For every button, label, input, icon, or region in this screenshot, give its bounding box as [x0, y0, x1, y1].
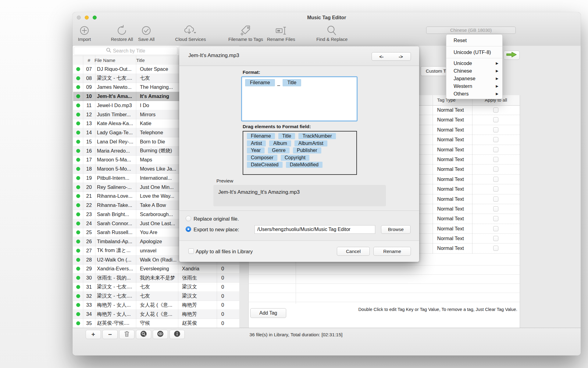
apply-to-all-checkbox[interactable] — [493, 206, 498, 211]
menu-item-chinese[interactable]: Chinese▶ — [446, 67, 502, 75]
apply-to-all-checkbox[interactable] — [493, 216, 498, 221]
remove-file-button[interactable]: − — [102, 330, 118, 339]
menu-item-label: Japanese — [454, 76, 476, 81]
element-chip-datecreated[interactable]: DateCreated — [247, 162, 283, 168]
menu-item-reset[interactable]: Reset — [446, 36, 502, 45]
delete-button[interactable] — [119, 330, 134, 339]
export-path-input[interactable] — [255, 225, 375, 234]
menu-item-japanese[interactable]: Japanese▶ — [446, 75, 502, 82]
cancel-button[interactable]: Cancel — [337, 247, 370, 256]
tag-type-cell[interactable]: Normal Text — [437, 216, 464, 222]
tag-type-cell[interactable]: Normal Text — [437, 117, 464, 123]
tag-type-cell[interactable]: Normal Text — [437, 147, 464, 153]
element-chip-album[interactable]: Album — [269, 140, 291, 146]
preview-button[interactable] — [153, 330, 168, 339]
info-button[interactable] — [169, 330, 185, 339]
menu-item-label: Western — [454, 83, 472, 89]
tag-type-cell[interactable]: Normal Text — [437, 137, 464, 143]
element-chip-albumartist[interactable]: AlbumArtist — [294, 140, 327, 146]
format-field[interactable]: Filename_Title — [241, 76, 358, 121]
apply-to-all-checkbox[interactable] — [493, 147, 498, 152]
column-header-title[interactable]: Title — [136, 58, 145, 63]
tag-type-cell[interactable]: Normal Text — [437, 245, 464, 251]
column-header-num[interactable]: # — [83, 58, 95, 63]
cell-file-name: Pitbull-Intern... — [95, 175, 138, 181]
export-new-place-radio[interactable] — [186, 226, 191, 232]
apply-to-all-checkbox[interactable] — [493, 197, 498, 202]
table-row[interactable]: 33梅艳芳 - 女人...女人花 (《意...梅艳芳0 — [73, 301, 239, 310]
search-input[interactable]: Search by Title — [74, 47, 177, 55]
tag-type-cell[interactable]: Normal Text — [437, 226, 464, 232]
add-file-button[interactable]: + — [86, 330, 101, 339]
encoding-field[interactable]: Chinese (GB 18030) — [426, 27, 516, 34]
toolbar-restore-all[interactable]: Restore All — [111, 24, 133, 42]
table-row[interactable]: 30张雨生 - 我的...我的未来不是梦张雨生0 — [73, 273, 239, 283]
apply-to-all-checkbox[interactable] — [493, 226, 498, 231]
add-tag-button[interactable]: Add Tag — [250, 308, 286, 318]
apply-to-all-checkbox[interactable] — [493, 157, 498, 162]
tag-type-cell[interactable]: Normal Text — [437, 157, 464, 162]
toolbar-filename-to-tags[interactable]: Filename to Tags — [228, 24, 263, 42]
element-chip-tracknumber[interactable]: TrackNumber — [298, 133, 336, 139]
cell-file-name: Maroon 5-Mo... — [95, 166, 138, 172]
reveal-button[interactable] — [136, 330, 151, 339]
browse-button[interactable]: Browse — [381, 225, 411, 234]
menu-item-others[interactable]: Others▶ — [446, 90, 502, 98]
rename-button[interactable]: Rename — [373, 247, 411, 256]
cell-title: 守候 — [138, 320, 180, 327]
element-chip-artist[interactable]: Artist — [247, 140, 266, 146]
cloud-services-icon — [184, 24, 198, 36]
previous-file-button[interactable]: <- — [372, 52, 391, 61]
column-header-file-name[interactable]: File Name — [94, 58, 115, 63]
status-cell — [73, 140, 83, 144]
table-row[interactable]: 31梁汉文 - 七友....七友梁汉文0 — [73, 283, 239, 292]
menu-item-unicode-utf-8[interactable]: Unicode (UTF-8) — [446, 48, 502, 57]
format-chip[interactable]: Title — [283, 79, 301, 86]
apply-to-all-checkbox[interactable] — [493, 246, 498, 251]
apply-to-all-checkbox[interactable] — [493, 236, 498, 241]
tag-type-cell[interactable]: Normal Text — [437, 127, 464, 133]
menu-item-western[interactable]: Western▶ — [446, 82, 502, 90]
toolbar-cloud-services[interactable]: Cloud Services — [175, 24, 206, 42]
element-chip-composer[interactable]: Composer — [247, 155, 277, 161]
element-chip-copyright[interactable]: Copyright — [281, 155, 309, 161]
table-row[interactable]: 34梅艳芳 - 女人...女人花 (《意...梅艳芳0 — [73, 310, 239, 319]
apply-to-all-checkbox[interactable] — [493, 117, 498, 122]
import-icon — [79, 24, 90, 36]
status-dot — [76, 303, 80, 307]
format-chip[interactable]: Filename — [245, 79, 275, 86]
tag-type-cell[interactable]: Normal Text — [437, 107, 464, 113]
cell-file-name: James Newto... — [95, 84, 138, 90]
apply-to-all-checkbox[interactable] — [493, 186, 498, 192]
apply-all-checkbox[interactable] — [188, 248, 194, 254]
tag-type-cell[interactable]: Normal Text — [437, 186, 464, 192]
tag-type-cell[interactable]: Normal Text — [437, 196, 464, 202]
convert-encoding-button[interactable] — [504, 51, 520, 60]
element-chip-title[interactable]: Title — [278, 133, 295, 139]
tag-type-cell[interactable]: Normal Text — [437, 166, 464, 172]
table-row[interactable]: 29Xandria-Evers...EversleepingXandria0 — [73, 265, 239, 274]
toolbar-save-all[interactable]: Save All — [138, 24, 155, 42]
apply-to-all-checkbox[interactable] — [493, 127, 498, 132]
apply-to-all-checkbox[interactable] — [493, 107, 498, 113]
element-chip-publisher[interactable]: Publisher — [293, 147, 321, 153]
toolbar-import[interactable]: Import — [78, 24, 91, 42]
table-row[interactable]: 35赵英俊-守候....守候赵英俊0 — [73, 319, 239, 328]
replace-original-radio[interactable] — [186, 216, 191, 221]
toolbar-find-replace[interactable]: Find & Replace — [316, 24, 348, 42]
tag-type-cell[interactable]: Normal Text — [437, 206, 464, 212]
apply-to-all-checkbox[interactable] — [493, 177, 498, 182]
tag-type-cell[interactable]: Normal Text — [437, 176, 464, 182]
menu-item-unicode[interactable]: Unicode▶ — [446, 60, 502, 67]
tag-type-cell[interactable]: Normal Text — [437, 236, 464, 241]
toolbar-rename-files[interactable]: Rename Files — [267, 24, 295, 42]
element-chip-genre[interactable]: Genre — [268, 147, 289, 153]
table-row[interactable]: 32梁汉文 - 七友....七友梁汉文0 — [73, 292, 239, 301]
next-file-button[interactable]: -> — [391, 52, 411, 61]
cell-num: 29 — [83, 266, 95, 272]
apply-to-all-checkbox[interactable] — [493, 137, 498, 142]
element-chip-datemodified[interactable]: DateModified — [286, 162, 323, 168]
element-chip-filename[interactable]: Filename — [247, 133, 275, 139]
apply-to-all-checkbox[interactable] — [493, 167, 498, 172]
element-chip-year[interactable]: Year — [247, 147, 265, 153]
